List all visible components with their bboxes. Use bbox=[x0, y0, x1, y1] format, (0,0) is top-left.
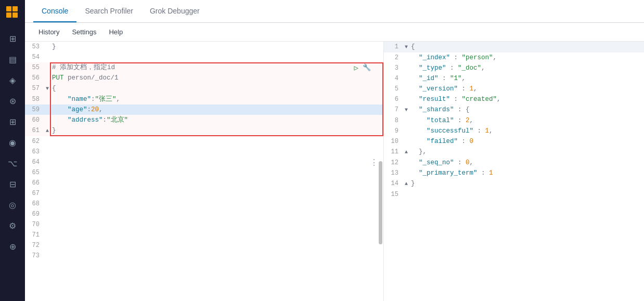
sidebar-icon-user[interactable]: ◉ bbox=[3, 133, 22, 152]
output-pane: 1 ▼ { 2 "_index" : "person", 3 "_type" :… bbox=[384, 42, 644, 301]
sidebar-icon-grid2[interactable]: ⊞ bbox=[3, 112, 22, 131]
output-line-13: 13 "_primary_term" : 1 bbox=[384, 168, 644, 178]
editor-line-62: 62 bbox=[25, 136, 383, 147]
output-line-9: 9 "successful" : 1, bbox=[384, 126, 644, 136]
editor-area: 53 } 54 55 # 添加文档，指定id bbox=[25, 42, 644, 301]
output-line-3: 3 "_type" : "_doc", bbox=[384, 63, 644, 73]
editor-line-58: 58 "name":"张三", bbox=[25, 94, 383, 104]
sidebar-icon-alert[interactable]: ⊕ bbox=[3, 237, 22, 256]
editor-line-73: 73 bbox=[25, 251, 383, 261]
main-content: Console Search Profiler Grok Debugger Hi… bbox=[25, 0, 644, 301]
tab-search-profiler[interactable]: Search Profiler bbox=[76, 1, 141, 22]
output-line-2: 2 "_index" : "person", bbox=[384, 53, 644, 63]
editor-line-54: 54 bbox=[25, 52, 383, 62]
output-line-6: 6 "result" : "created", bbox=[384, 94, 644, 104]
output-line-7: 7 ▼ "_shards" : { bbox=[384, 104, 644, 115]
editor-line-69: 69 bbox=[25, 209, 383, 219]
sub-toolbar: History Settings Help bbox=[25, 23, 644, 42]
sidebar-icon-grid[interactable]: ⊞ bbox=[3, 29, 22, 48]
output-line-5: 5 "_version" : 1, bbox=[384, 84, 644, 94]
selected-block: 55 # 添加文档，指定id 56 PUT person/_doc/1 ▷ 🔧 bbox=[25, 62, 383, 136]
editor-line-59: 59 "age":20, bbox=[25, 104, 383, 115]
editor-line-64: 64 ⋮ bbox=[25, 157, 383, 167]
context-menu-dots[interactable]: ⋮ bbox=[370, 158, 378, 168]
editor-line-68: 68 bbox=[25, 199, 383, 209]
top-tabs: Console Search Profiler Grok Debugger bbox=[25, 0, 644, 23]
output-line-14: 14 ▲ } bbox=[384, 178, 644, 189]
editor-scrollbar[interactable] bbox=[379, 161, 382, 244]
svg-rect-1 bbox=[12, 6, 18, 11]
output-line-12: 12 "_seq_no" : 0, bbox=[384, 158, 644, 168]
help-button[interactable]: Help bbox=[104, 26, 128, 38]
output-line-10: 10 "failed" : 0 bbox=[384, 136, 644, 147]
sidebar-icon-table[interactable]: ▤ bbox=[3, 50, 22, 69]
tab-grok-debugger[interactable]: Grok Debugger bbox=[141, 1, 208, 22]
editor-line-63: 63 bbox=[25, 147, 383, 157]
sidebar-icon-shield[interactable]: ⊟ bbox=[3, 175, 22, 193]
editor-pane: 53 } 54 55 # 添加文档，指定id bbox=[25, 42, 384, 301]
code-editor[interactable]: 53 } 54 55 # 添加文档，指定id bbox=[25, 42, 383, 301]
sidebar-icon-code[interactable]: ⌥ bbox=[3, 154, 22, 173]
svg-rect-3 bbox=[12, 12, 18, 18]
sidebar-icon-settings[interactable]: ⚙ bbox=[3, 216, 22, 235]
output-line-8: 8 "total" : 2, bbox=[384, 115, 644, 126]
output-line-4: 4 "_id" : "1", bbox=[384, 73, 644, 84]
editor-line-60: 60 "address":"北京" bbox=[25, 115, 383, 125]
history-button[interactable]: History bbox=[33, 26, 65, 38]
output-spacer: CSDN @?abc! bbox=[384, 200, 644, 301]
sidebar-icon-layers[interactable]: ◈ bbox=[3, 71, 22, 89]
logo bbox=[4, 4, 21, 21]
svg-rect-2 bbox=[6, 12, 11, 18]
editor-line-72: 72 bbox=[25, 240, 383, 251]
editor-line-65: 65 bbox=[25, 167, 383, 178]
output-line-11: 11 ▲ }, bbox=[384, 147, 644, 158]
sidebar-icon-database[interactable]: ⊛ bbox=[3, 91, 22, 110]
action-buttons: ▷ 🔧 bbox=[354, 63, 371, 73]
editor-line-67: 67 bbox=[25, 188, 383, 199]
editor-line-57: 57 ▼ { bbox=[25, 83, 383, 94]
output-line-15: 15 bbox=[384, 189, 644, 200]
editor-line-61: 61 ▲ } bbox=[25, 125, 383, 136]
svg-rect-0 bbox=[6, 6, 11, 11]
editor-line-70: 70 bbox=[25, 219, 383, 230]
settings-button[interactable]: Settings bbox=[67, 26, 101, 38]
sidebar-icon-wifi[interactable]: ◎ bbox=[3, 195, 22, 214]
run-icon[interactable]: ▷ bbox=[354, 63, 358, 73]
output-line-1: 1 ▼ { bbox=[384, 42, 644, 53]
editor-line-71: 71 bbox=[25, 230, 383, 240]
tab-console[interactable]: Console bbox=[33, 1, 76, 22]
editor-line-66: 66 bbox=[25, 178, 383, 188]
editor-line-55: 55 # 添加文档，指定id bbox=[25, 62, 383, 73]
editor-line-53: 53 } bbox=[25, 42, 383, 52]
wrench-icon[interactable]: 🔧 bbox=[363, 63, 371, 73]
sidebar: ⊞ ▤ ◈ ⊛ ⊞ ◉ ⌥ ⊟ ◎ ⚙ ⊕ bbox=[0, 0, 25, 301]
editor-line-56: 56 PUT person/_doc/1 ▷ 🔧 bbox=[25, 73, 383, 83]
